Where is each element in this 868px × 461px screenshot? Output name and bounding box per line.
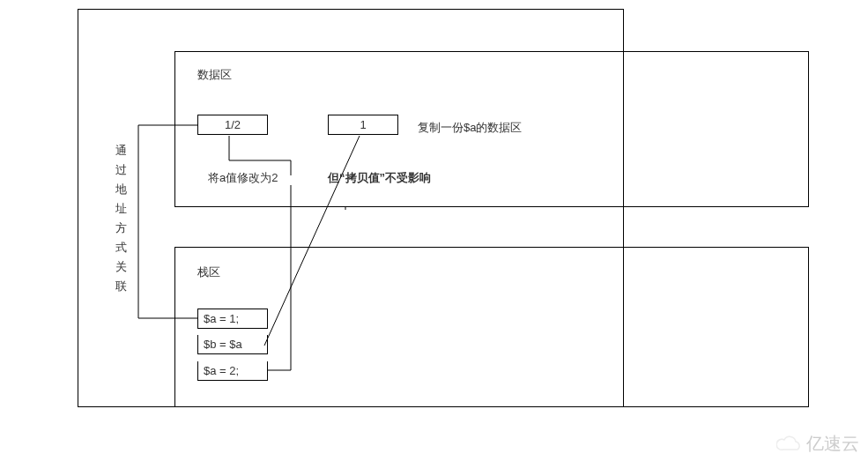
cloud-icon: [776, 435, 803, 453]
modify-note: 将a值修改为2: [208, 170, 278, 186]
copy-emphasis: 但“拷贝值”不受影响: [328, 170, 431, 186]
vertical-caption: 通过地址方式关联: [115, 141, 127, 296]
stack-row-2: $b = $a: [197, 335, 268, 354]
stack-area-box: [174, 247, 809, 407]
stack-area-title: 栈区: [197, 264, 220, 280]
data-box-left: 1/2: [197, 115, 268, 135]
watermark-text: 亿速云: [806, 432, 859, 456]
stack-row-3: $a = 2;: [197, 361, 268, 381]
stack-row-1: $a = 1;: [197, 309, 268, 329]
watermark: 亿速云: [776, 432, 859, 456]
data-box-right: 1: [328, 115, 398, 135]
copy-note: 复制一份$a的数据区: [418, 120, 522, 136]
data-area-title: 数据区: [197, 67, 232, 83]
